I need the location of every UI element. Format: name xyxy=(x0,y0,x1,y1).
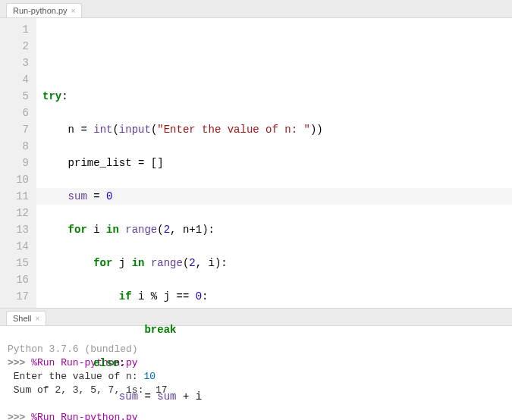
editor-tabbar: Run-python.py × xyxy=(0,0,512,18)
line-number: 9 xyxy=(0,155,29,171)
line-number: 17 xyxy=(0,288,29,305)
line-number: 10 xyxy=(0,171,29,188)
shell-tab[interactable]: Shell × xyxy=(6,311,46,325)
line-number: 1 xyxy=(0,21,29,38)
line-number: 6 xyxy=(0,105,29,121)
line-number: 13 xyxy=(0,221,29,238)
shell-tab-label: Shell xyxy=(13,314,31,323)
close-icon[interactable]: × xyxy=(35,315,39,323)
editor-tab[interactable]: Run-python.py × xyxy=(6,3,82,17)
line-number: 4 xyxy=(0,71,29,88)
line-number: 16 xyxy=(0,271,29,288)
editor-tab-label: Run-python.py xyxy=(13,6,68,15)
code-content: try: n = int(input("Enter the value of n… xyxy=(42,71,512,420)
line-number: 15 xyxy=(0,255,29,271)
shell-prompt: >>> xyxy=(8,412,25,420)
line-number: 14 xyxy=(0,238,29,255)
code-editor[interactable]: 1 2 3 4 5 6 7 8 9 10 11 12 13 14 15 16 1… xyxy=(0,18,512,308)
line-number: 12 xyxy=(0,205,29,221)
line-number: 7 xyxy=(0,121,29,138)
line-number-gutter: 1 2 3 4 5 6 7 8 9 10 11 12 13 14 15 16 1… xyxy=(0,18,36,308)
line-number: 8 xyxy=(0,138,29,155)
close-icon[interactable]: × xyxy=(71,7,76,15)
line-number: 2 xyxy=(0,38,29,55)
line-number: 11 xyxy=(0,188,29,205)
shell-prompt: >>> xyxy=(8,357,25,368)
code-area[interactable]: try: n = int(input("Enter the value of n… xyxy=(36,18,512,308)
line-number: 5 xyxy=(0,88,29,105)
line-number: 3 xyxy=(0,55,29,71)
